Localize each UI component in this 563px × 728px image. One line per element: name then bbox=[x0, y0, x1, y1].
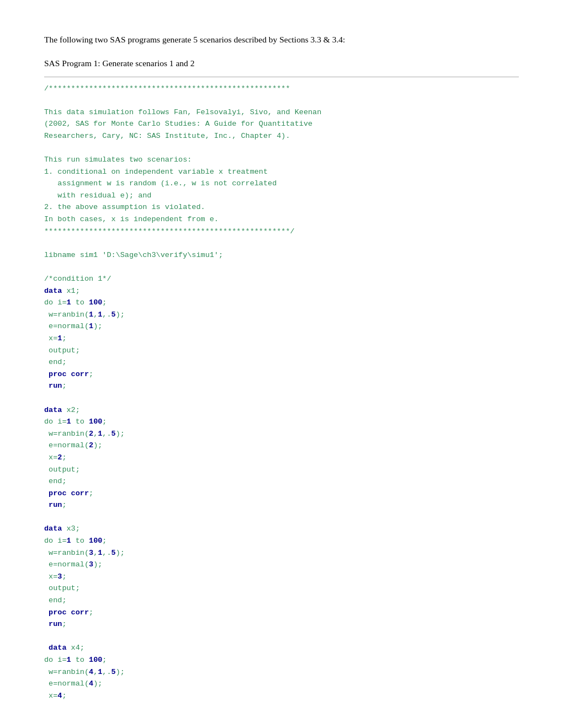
code-block: /***************************************… bbox=[44, 77, 519, 702]
code-data-x3: data x3; bbox=[44, 523, 519, 535]
code-libname: libname sim1 'D:\Sage\ch3\verify\simu1'; bbox=[44, 249, 519, 261]
program-title: SAS Program 1: Generate scenarios 1 and … bbox=[44, 57, 519, 69]
code-enormal-3: e=normal(3); bbox=[44, 559, 519, 571]
code-run-1: run; bbox=[44, 380, 519, 392]
code-data-x4: data x4; bbox=[44, 642, 519, 654]
code-blank3 bbox=[44, 237, 519, 249]
intro-line1: The following two SAS programs generate … bbox=[44, 33, 519, 46]
code-comment-2: (2002, SAS for Monte Carlo Studies: A Gu… bbox=[44, 118, 519, 130]
code-enormal-1: e=normal(1); bbox=[44, 320, 519, 333]
code-output-2: output; bbox=[44, 464, 519, 476]
code-end-1: end; bbox=[44, 356, 519, 368]
code-comment-stars2: ****************************************… bbox=[44, 226, 519, 238]
code-end-3: end; bbox=[44, 595, 519, 607]
code-blank7 bbox=[44, 630, 519, 643]
code-ranbin-1: w=ranbin(1,1,.5); bbox=[44, 309, 519, 321]
code-comment-6: assignment w is random (i.e., w is not c… bbox=[44, 178, 519, 190]
code-comment-7: with residual e); and bbox=[44, 190, 519, 202]
code-end-2: end; bbox=[44, 475, 519, 488]
code-data-x2: data x2; bbox=[44, 404, 519, 416]
code-enormal-4: e=normal(4); bbox=[44, 678, 519, 690]
code-comment-stars: /***************************************… bbox=[44, 83, 519, 95]
code-x1-val: x=1; bbox=[44, 333, 519, 345]
code-do-3: do i=1 to 100; bbox=[44, 535, 519, 547]
code-blank2 bbox=[44, 142, 519, 154]
code-ranbin-2: w=ranbin(2,1,.5); bbox=[44, 428, 519, 440]
code-ranbin-4: w=ranbin(4,1,.5); bbox=[44, 666, 519, 678]
code-x3-val: x=3; bbox=[44, 571, 519, 583]
code-blank5 bbox=[44, 392, 519, 404]
code-run-2: run; bbox=[44, 499, 519, 511]
code-x2-val: x=2; bbox=[44, 452, 519, 464]
code-comment-9: In both cases, x is independent from e. bbox=[44, 213, 519, 226]
code-blank6 bbox=[44, 511, 519, 523]
code-do-2: do i=1 to 100; bbox=[44, 416, 519, 428]
code-comment-4: This run simulates two scenarios: bbox=[44, 154, 519, 166]
code-condition1: /*condition 1*/ bbox=[44, 273, 519, 285]
code-comment-3: Researchers, Cary, NC: SAS Institute, In… bbox=[44, 130, 519, 142]
code-do-4: do i=1 to 100; bbox=[44, 654, 519, 666]
code-blank4 bbox=[44, 261, 519, 273]
code-proc-corr-1: proc corr; bbox=[44, 368, 519, 381]
code-comment-8: 2. the above assumption is violated. bbox=[44, 201, 519, 213]
code-proc-corr-3: proc corr; bbox=[44, 607, 519, 619]
code-proc-corr-2: proc corr; bbox=[44, 488, 519, 500]
code-comment-5: 1. conditional on independent variable x… bbox=[44, 166, 519, 178]
code-blank bbox=[44, 94, 519, 106]
code-enormal-2: e=normal(2); bbox=[44, 440, 519, 452]
code-comment-1: This data simulation follows Fan, Felsov… bbox=[44, 106, 519, 119]
code-x4-val: x=4; bbox=[44, 690, 519, 702]
code-output-3: output; bbox=[44, 582, 519, 595]
code-run-3: run; bbox=[44, 618, 519, 630]
code-ranbin-3: w=ranbin(3,1,.5); bbox=[44, 547, 519, 559]
code-output-1: output; bbox=[44, 345, 519, 357]
code-data-x1: data x1; bbox=[44, 285, 519, 297]
code-do-1: do i=1 to 100; bbox=[44, 297, 519, 309]
